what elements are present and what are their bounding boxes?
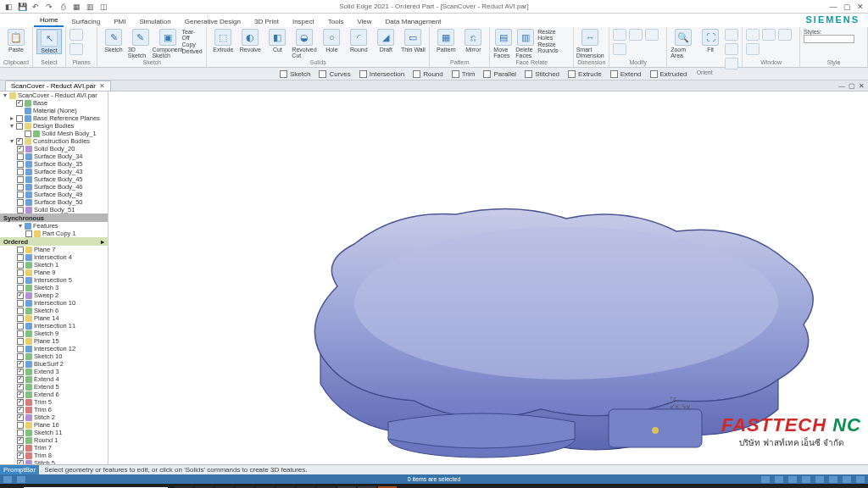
tree-ordered-item[interactable]: Trim 7 [0, 444, 108, 452]
tab-3dprint[interactable]: 3D Print [248, 16, 285, 27]
tree-ordered-item[interactable]: Extend 4 [0, 375, 108, 383]
plane-icon[interactable] [70, 29, 83, 41]
tree-ordered-item[interactable]: Extend 5 [0, 383, 108, 391]
doc-max-icon[interactable]: ▢ [849, 82, 855, 90]
filter-stitched[interactable]: Stitched [525, 70, 559, 78]
orient-icon[interactable] [725, 43, 738, 55]
filter-parallel[interactable]: Parallel [483, 70, 516, 78]
tree-ordered-item[interactable]: Intersection 5 [0, 276, 108, 284]
doc-close-icon[interactable]: ✕ [859, 82, 865, 90]
status-icon[interactable] [829, 476, 837, 483]
copy-item[interactable]: Copy [182, 42, 203, 47]
tree-ordered-item[interactable]: Plane 7 [0, 246, 108, 253]
tab-data[interactable]: Data Management [380, 16, 448, 27]
doc-tab[interactable]: ScanCover - Reduct AVI.par ✕ [5, 80, 111, 91]
tree-ordered-item[interactable]: Plane 15 [0, 337, 108, 345]
modify-icon[interactable] [613, 43, 626, 55]
tree-ordered-item[interactable]: Trim 6 [0, 406, 108, 413]
graphics-viewport[interactable]: ▷ ↑z↙x ↘y FASTTECH NC บริษัท ฟาสท์เทค เอ… [108, 92, 868, 464]
orient-icon[interactable] [725, 58, 738, 69]
filter-extend[interactable]: Extend [610, 70, 642, 78]
tree-ordered-item[interactable]: Intersection 10 [0, 299, 108, 307]
tree-ordered-item[interactable]: Sketch 10 [0, 352, 108, 360]
resize-holes[interactable]: Resize Holes [537, 29, 570, 41]
plane-icon[interactable] [70, 43, 83, 55]
delfaces-button[interactable]: ▥Delete Faces [515, 29, 536, 58]
status-icon[interactable] [815, 476, 824, 483]
status-icon[interactable] [3, 476, 12, 483]
movefaces-button[interactable]: ▤Move Faces [493, 29, 514, 58]
feature-tree[interactable]: ▾ScanCover - Reduct AVI.par Base Materia… [0, 92, 108, 464]
modify-icon[interactable] [629, 29, 643, 41]
3dsketch-button[interactable]: ✎3D Sketch [128, 29, 153, 58]
tree-ordered-item[interactable]: Sketch 9 [0, 330, 108, 337]
filter-trim[interactable]: Trim [452, 70, 476, 78]
status-icon[interactable] [17, 476, 25, 483]
modify-icon[interactable] [613, 29, 626, 41]
tree-ordered-item[interactable]: Sketch 3 [0, 284, 108, 291]
resize-rounds[interactable]: Resize Rounds [537, 42, 570, 53]
tree-ordered-item[interactable]: Intersection 11 [0, 322, 108, 330]
tree-ordered-item[interactable]: Trim 5 [0, 398, 108, 406]
round-button[interactable]: ◜Round [346, 29, 371, 58]
tree-ordered-item[interactable]: Intersection 4 [0, 253, 108, 261]
tab-tools[interactable]: Tools [322, 16, 350, 27]
tree-ordered-item[interactable]: Sweep 2 [0, 291, 108, 299]
window-icon[interactable] [778, 29, 792, 41]
qat-item[interactable]: ▦ [71, 2, 81, 12]
qat-item[interactable]: ▥ [85, 2, 95, 12]
qat-undo-icon[interactable]: ↶ [31, 2, 41, 12]
status-icon[interactable] [761, 476, 770, 483]
tab-home[interactable]: Home [34, 14, 64, 27]
style-select[interactable] [804, 35, 854, 43]
tab-generative[interactable]: Generative Design [179, 16, 247, 27]
tree-ordered-item[interactable]: BlueSurf 2 [0, 360, 108, 368]
modify-icon[interactable] [645, 29, 659, 41]
cut-button[interactable]: ◧Cut [264, 29, 290, 58]
tree-ordered-item[interactable]: Stitch 2 [0, 413, 108, 421]
revolve-button[interactable]: ◐Revolve [237, 29, 263, 58]
window-icon[interactable] [746, 43, 760, 55]
filter-sketch[interactable]: Sketch [280, 70, 310, 78]
status-icon[interactable] [856, 476, 865, 483]
window-icon[interactable] [762, 29, 776, 41]
maximize-button[interactable]: ▢ [841, 2, 853, 12]
tab-inspect[interactable]: Inspect [287, 16, 320, 27]
filter-extrude[interactable]: Extrude [568, 70, 602, 78]
thinwall-button[interactable]: ▭Thin Wall [400, 29, 426, 58]
select-button[interactable]: ↖Select [36, 29, 62, 54]
tree-ordered-item[interactable]: Sketch 1 [0, 261, 108, 269]
close-icon[interactable]: ✕ [99, 82, 105, 90]
tree-ordered-item[interactable]: Extend 3 [0, 368, 108, 375]
tab-simulation[interactable]: Simulation [133, 16, 176, 27]
compsketch-button[interactable]: ▣Component Sketch [155, 29, 181, 58]
minimize-button[interactable]: — [827, 2, 839, 12]
filter-intersection[interactable]: Intersection [359, 70, 404, 78]
qat-redo-icon[interactable]: ↷ [44, 2, 54, 12]
tree-ordered-item[interactable]: Round 1 [0, 436, 108, 444]
window-icon[interactable] [746, 29, 760, 41]
tree-ordered-item[interactable]: Plane 14 [0, 314, 108, 322]
orient-icon[interactable] [725, 29, 738, 41]
tab-surfacing[interactable]: Surfacing [65, 16, 106, 27]
qat-item[interactable]: ◫ [98, 2, 108, 12]
tree-ordered-item[interactable]: Extend 6 [0, 391, 108, 398]
filter-round[interactable]: Round [413, 70, 443, 78]
status-icon[interactable] [775, 476, 783, 483]
status-icon[interactable] [802, 476, 810, 483]
derived-item[interactable]: Derived [182, 48, 203, 54]
smartdim-button[interactable]: ↔Smart Dimension [577, 29, 603, 58]
tree-ordered-item[interactable]: Sketch 6 [0, 307, 108, 314]
qat-print-icon[interactable]: ⎙ [58, 2, 68, 12]
tab-pmi[interactable]: PMI [108, 16, 131, 27]
filter-extruded[interactable]: Extruded [650, 70, 687, 78]
status-icon[interactable] [843, 476, 851, 483]
tree-ordered-item[interactable]: Plane 9 [0, 269, 108, 276]
zoomarea-button[interactable]: 🔍Zoom Area [670, 29, 696, 69]
close-button[interactable]: ✕ [854, 2, 866, 12]
start-button[interactable] [0, 484, 24, 488]
paste-button[interactable]: 📋Paste [3, 29, 29, 53]
sketch-button[interactable]: ✎Sketch [101, 29, 126, 58]
tab-view[interactable]: View [351, 16, 377, 27]
qat-save-icon[interactable]: 💾 [17, 2, 27, 12]
